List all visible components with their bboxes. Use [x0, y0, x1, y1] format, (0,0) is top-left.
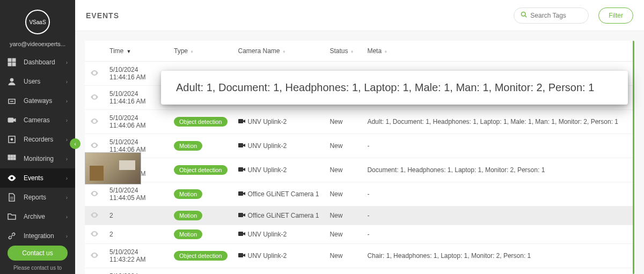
svg-line-19 — [525, 16, 527, 17]
cell-type: Motion — [169, 182, 233, 206]
sort-icon: ♦ — [191, 49, 193, 54]
column-type[interactable]: Type ♦ — [169, 41, 233, 62]
sort-icon: ♦ — [351, 49, 354, 54]
preview-eye-icon[interactable] — [90, 94, 99, 100]
table-row[interactable]: 5/10/2024 11:43:22 AMObject detectionUNV… — [85, 244, 633, 268]
contact-button[interactable]: Contact us — [8, 246, 68, 261]
cell-meta: - — [362, 182, 633, 206]
cell-type: Motion — [169, 225, 233, 244]
user-email: yaro@videoexperts... — [0, 39, 75, 50]
sidebar-item-users[interactable]: Users› — [0, 72, 75, 91]
svg-rect-10 — [8, 155, 10, 157]
cell-meta: Document: 1, Headphones: 1, Laptop: 1, M… — [362, 158, 633, 182]
cell-time: 5/10/2024 11:44:06 AM — [104, 110, 169, 134]
sidebar-item-gateways[interactable]: Gateways› — [0, 91, 75, 110]
meta-tooltip-text: Adult: 1, Document: 1, Headphones: 1, La… — [176, 82, 613, 94]
search-input[interactable] — [530, 12, 582, 19]
main: EVENTS Filter Time ▼ Type ♦ Camera Name … — [75, 0, 644, 274]
grid-icon — [8, 154, 16, 163]
preview-eye-icon[interactable] — [90, 190, 99, 197]
sidebar-item-dashboard[interactable]: Dashboard› — [0, 53, 75, 72]
preview-eye-icon[interactable] — [90, 70, 99, 76]
cell-camera: Office GLiNET Camera 1 — [233, 182, 325, 206]
header: EVENTS Filter — [75, 0, 644, 31]
svg-rect-11 — [11, 155, 13, 157]
cell-time: 5/10/2024 11:44:05 AM — [104, 182, 169, 206]
chevron-right-icon: › — [66, 60, 68, 65]
brand-logo: VSaaS — [25, 10, 50, 34]
sidebar-item-monitoring[interactable]: Monitoring› — [0, 149, 75, 168]
column-type-label: Type — [174, 47, 188, 55]
search-icon — [521, 11, 527, 19]
cell-status: New — [324, 158, 362, 182]
table-row[interactable]: 5/10/2024 11:44:06 AMObject detectionUNV… — [85, 110, 633, 134]
column-time-label: Time — [109, 47, 123, 55]
svg-rect-24 — [238, 213, 243, 217]
table-row[interactable]: 5/10/2024 11:44:06 AMObject detectionUNV… — [85, 158, 633, 182]
camera-name: UNV Uplink-2 — [248, 166, 287, 174]
sidebar-item-cameras[interactable]: Cameras› — [0, 110, 75, 130]
cell-meta: - — [362, 268, 633, 275]
sort-icon: ♦ — [384, 49, 387, 54]
svg-rect-21 — [238, 143, 243, 147]
type-badge: Object detection — [174, 117, 228, 127]
sidebar-item-events[interactable]: Events› — [0, 168, 75, 188]
preview-eye-icon[interactable] — [90, 231, 99, 237]
svg-rect-23 — [238, 191, 243, 196]
cell-time: 2 — [104, 206, 169, 225]
svg-rect-25 — [238, 232, 243, 236]
cell-camera: Office GLiNET Camera 1 — [233, 268, 325, 275]
svg-rect-15 — [13, 158, 16, 160]
preview-eye-icon[interactable] — [90, 212, 99, 218]
sidebar-item-integration[interactable]: Integration› — [0, 226, 75, 246]
chevron-right-icon: › — [66, 79, 68, 85]
page-title: EVENTS — [86, 11, 119, 20]
sidebar-item-label: Dashboard — [24, 58, 55, 66]
column-camera-label: Camera Name — [238, 47, 280, 55]
column-camera[interactable]: Camera Name ♦ — [233, 41, 325, 62]
sidebar-collapse-button[interactable]: ‹ — [70, 138, 80, 149]
preview-eye-icon[interactable] — [90, 142, 99, 149]
chevron-left-icon: ‹ — [74, 140, 76, 147]
sidebar-item-recorders[interactable]: Recorders› — [0, 130, 75, 149]
preview-eye-icon[interactable] — [90, 252, 99, 258]
sidebar-item-label: Cameras — [24, 116, 50, 124]
column-status[interactable]: Status ♦ — [324, 41, 362, 62]
cell-type: Object detection — [169, 158, 233, 182]
filter-button[interactable]: Filter — [598, 8, 633, 24]
camera-name: UNV Uplink-2 — [248, 142, 287, 150]
sidebar-item-label: Archive — [24, 213, 45, 220]
svg-rect-26 — [238, 253, 243, 257]
table-row[interactable]: 5/10/2024 11:44:05 AMMotionOffice GLiNET… — [85, 182, 633, 206]
search-box[interactable] — [514, 8, 589, 24]
cell-time: 5/10/2024 11:43:22 AM — [104, 244, 169, 268]
camera-name: UNV Uplink-2 — [248, 118, 287, 125]
camera-icon — [238, 231, 246, 238]
camera-name: UNV Uplink-2 — [248, 252, 287, 260]
preview-eye-icon[interactable] — [90, 118, 99, 124]
cell-camera: UNV Uplink-2 — [233, 134, 325, 158]
cell-type: Object detection — [169, 110, 233, 134]
camera-icon — [238, 252, 246, 260]
table-row[interactable]: 5/10/2024 11:43:12 AMMotionOffice GLiNET… — [85, 268, 633, 275]
svg-rect-1 — [12, 58, 16, 62]
table-row[interactable]: 5/10/2024 11:44:06 AMMotionUNV Uplink-2N… — [85, 134, 633, 158]
svg-rect-14 — [11, 158, 13, 160]
chevron-right-icon: › — [66, 233, 68, 239]
recorder-icon — [8, 135, 16, 144]
cell-status: New — [324, 182, 362, 206]
column-meta[interactable]: Meta ♦ — [362, 41, 633, 62]
chevron-right-icon: › — [66, 156, 68, 162]
sidebar-item-label: Monitoring — [24, 155, 54, 162]
svg-rect-12 — [13, 155, 16, 157]
sidebar-item-reports[interactable]: Reports› — [0, 188, 75, 207]
event-thumbnail[interactable] — [85, 152, 141, 184]
doc-icon — [8, 193, 16, 202]
column-time[interactable]: Time ▼ — [104, 41, 169, 62]
table-row[interactable]: 2MotionUNV Uplink-2New- — [85, 225, 633, 244]
cell-meta: Chair: 1, Headphones: 1, Laptop: 1, Moni… — [362, 244, 633, 268]
cell-status: New — [324, 244, 362, 268]
cell-camera: UNV Uplink-2 — [233, 158, 325, 182]
table-row[interactable]: 2MotionOffice GLiNET Camera 1New- — [85, 206, 633, 225]
sidebar-item-archive[interactable]: Archive› — [0, 207, 75, 226]
